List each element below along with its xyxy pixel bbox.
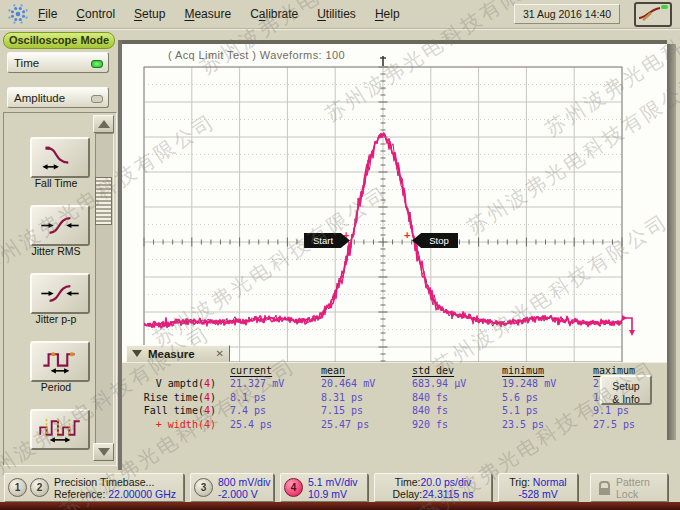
acq-limit-status: ( Acq Limit Test ) Waveforms: 100 xyxy=(168,49,345,61)
measure-value: 27.5 ps xyxy=(579,418,670,431)
scroll-up-button[interactable] xyxy=(93,115,114,133)
menu-control[interactable]: Control xyxy=(76,7,115,21)
measure-value: 19.248 mV xyxy=(488,377,579,390)
menu-file[interactable]: File xyxy=(38,7,57,21)
measure-value: 9.1 ps xyxy=(579,404,670,417)
channel-4-status[interactable]: 45.1 mV/div10.9 mV xyxy=(280,473,368,502)
menu-measure[interactable]: Measure xyxy=(184,7,231,21)
measure-value: 8.1 ps xyxy=(216,391,307,404)
jitter-pp-icon xyxy=(37,280,83,307)
menu-help[interactable]: Help xyxy=(375,7,400,21)
channel-3-button[interactable]: 3 xyxy=(194,478,213,497)
measure-row: V amptd(4)21.327 mV20.464 mV683.94 µV19.… xyxy=(128,377,670,390)
status-text: Time:20.0 ps/divDelay:24.3115 ns xyxy=(375,476,491,500)
measure-value: 5.6 ps xyxy=(488,391,579,404)
period-icon xyxy=(37,348,83,375)
channel-number: 4 xyxy=(204,378,210,389)
fall-time-icon xyxy=(37,144,83,171)
pattern-lock-button[interactable]: PatternLock xyxy=(590,473,668,502)
measure-value: 683.94 µV xyxy=(398,377,488,390)
measure-row: + width(4)25.4 ps25.47 ps920 fs23.5 ps27… xyxy=(128,418,670,431)
measure-value: 21.327 mV xyxy=(216,377,307,390)
measure-table: currentmeanstd devminimummaximumV amptd(… xyxy=(128,364,670,431)
up-arrow-icon xyxy=(98,120,110,128)
column-header-mean: mean xyxy=(307,364,398,377)
scrollbar-thumb[interactable] xyxy=(95,177,112,225)
mode-led-on xyxy=(91,60,103,68)
measure-value: 7.15 ps xyxy=(307,404,398,417)
measure-value: 920 fs xyxy=(398,418,488,431)
touchscreen-led xyxy=(661,5,668,9)
mode-button-label: Time xyxy=(14,57,39,69)
column-header-std-dev: std dev xyxy=(398,364,488,377)
status-text: Precision Timebase...Reference: 22.00000… xyxy=(49,476,181,500)
column-header-minimum: minimum xyxy=(488,364,579,377)
channel-number: 4 xyxy=(204,419,210,430)
oscilloscope-mode-header: Oscilloscope Mode xyxy=(3,32,115,49)
setup-info-line1: Setup xyxy=(602,380,650,393)
tab-dropdown-icon[interactable] xyxy=(132,350,142,357)
measure-results-panel: currentmeanstd devminimummaximumV amptd(… xyxy=(122,362,667,441)
datetime-display: 31 Aug 2016 14:40 xyxy=(514,4,620,24)
measurement-label: Fall time(4) xyxy=(128,404,216,417)
jitter-pp-button[interactable] xyxy=(30,273,90,314)
measurement-scrollbar xyxy=(93,115,114,461)
column-header-current: current xyxy=(216,364,307,377)
menu-calibrate[interactable]: Calibrate xyxy=(250,7,298,21)
measure-value: 23.5 ps xyxy=(488,418,579,431)
measure-value: 7.4 ps xyxy=(216,404,307,417)
pattern-icon xyxy=(37,416,83,443)
fall-time-button[interactable] xyxy=(30,137,90,178)
setup-info-line2: & Info xyxy=(602,393,650,406)
measure-tab[interactable]: Measure ✕ xyxy=(126,345,230,362)
agilent-spark-icon xyxy=(6,2,30,26)
measure-tab-label: Measure xyxy=(148,348,195,360)
jitter-rms-button[interactable] xyxy=(30,205,90,246)
mode-button-time[interactable]: Time xyxy=(7,52,109,73)
mode-button-amplitude[interactable]: Amplitude xyxy=(7,87,109,108)
mode-button-label: Amplitude xyxy=(14,92,65,104)
measure-header-row: currentmeanstd devminimummaximum xyxy=(128,364,670,377)
menu-items: FileControlSetupMeasureCalibrateUtilitie… xyxy=(38,7,400,21)
sidebar: Oscilloscope Mode TimeAmplitude Fall Tim… xyxy=(0,28,118,470)
channel-number: 4 xyxy=(204,405,210,416)
timebase-status[interactable]: 12Precision Timebase...Reference: 22.000… xyxy=(4,473,184,502)
setup-info-button[interactable]: Setup & Info xyxy=(600,375,652,405)
scroll-down-button[interactable] xyxy=(93,443,114,461)
oscilloscope-app: FileControlSetupMeasureCalibrateUtilitie… xyxy=(0,0,680,510)
touchscreen-indicator-icon[interactable] xyxy=(634,2,672,27)
menu-setup[interactable]: Setup xyxy=(134,7,165,21)
measure-value: 840 fs xyxy=(398,404,488,417)
measurement-label: + width(4) xyxy=(128,418,216,431)
menu-utilities[interactable]: Utilities xyxy=(317,7,356,21)
measurement-list: Fall TimeJitter RMSJitter p-pPeriod xyxy=(3,112,117,466)
lock-icon xyxy=(599,481,611,495)
jitter-rms-icon xyxy=(37,212,83,239)
start-marker[interactable]: Start xyxy=(304,233,350,248)
period-button[interactable] xyxy=(30,341,90,382)
measure-value: 840 fs xyxy=(398,391,488,404)
channel-4-button[interactable]: 4 xyxy=(284,478,303,497)
status-text: 5.1 mV/div10.9 mV xyxy=(303,476,363,500)
stop-marker[interactable]: Stop xyxy=(412,233,458,248)
stop-crossing-marker: + xyxy=(404,229,410,241)
close-icon[interactable]: ✕ xyxy=(216,348,224,359)
channel-2-button[interactable]: 2 xyxy=(30,478,49,497)
measure-value: 8.31 ps xyxy=(307,391,398,404)
waveform-plot xyxy=(122,44,667,362)
horizontal-status[interactable]: Time:20.0 ps/divDelay:24.3115 ns xyxy=(374,473,492,502)
measurement-label: V amptd(4) xyxy=(128,377,216,390)
channel-number: 4 xyxy=(204,392,210,403)
channel-3-status[interactable]: 3800 mV/div-2.000 V xyxy=(190,473,274,502)
measure-value: 20.464 mV xyxy=(307,377,398,390)
measure-row: Fall time(4)7.4 ps7.15 ps840 fs5.1 ps9.1… xyxy=(128,404,670,417)
measure-value: 25.47 ps xyxy=(307,418,398,431)
status-bar: 12Precision Timebase...Reference: 22.000… xyxy=(0,473,680,502)
pattern-button[interactable] xyxy=(30,409,90,450)
channel-1-button[interactable]: 1 xyxy=(8,478,27,497)
trigger-status[interactable]: Trig: Normal-528 mV xyxy=(498,473,578,502)
bottom-strip xyxy=(0,502,680,510)
mode-led-off xyxy=(91,95,103,103)
menu-bar: FileControlSetupMeasureCalibrateUtilitie… xyxy=(0,0,680,29)
measurement-label: Rise time(4) xyxy=(128,391,216,404)
